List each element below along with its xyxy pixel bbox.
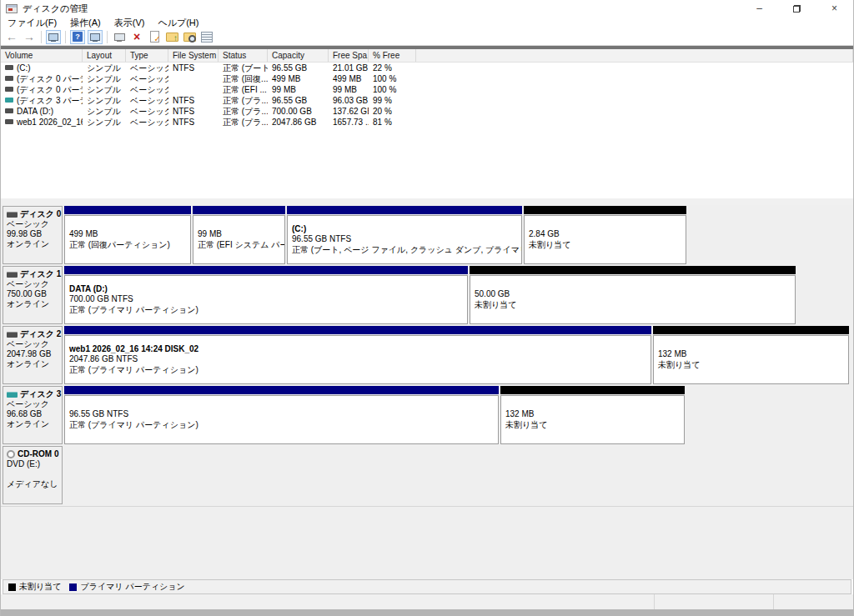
show-window-icon[interactable] bbox=[88, 30, 103, 44]
partition-color-bar bbox=[287, 206, 522, 214]
unallocated-region[interactable]: 50.00 GB未割り当て bbox=[470, 266, 796, 324]
volume-icon bbox=[5, 98, 13, 103]
unallocated-region[interactable]: 132 MB未割り当て bbox=[500, 386, 685, 444]
minimize-button[interactable]: – bbox=[741, 0, 778, 17]
partition-info-line: 96.55 GB NTFS bbox=[69, 409, 496, 420]
unallocated-region[interactable]: 132 MB未割り当て bbox=[653, 326, 849, 384]
cell-status: 正常 (EFI ... bbox=[219, 84, 268, 95]
extend-volume-icon[interactable]: ↑ bbox=[164, 30, 179, 44]
menu-item-action[interactable]: 操作(A) bbox=[70, 17, 101, 29]
toolbar-separator bbox=[41, 31, 42, 43]
column-header[interactable]: Status bbox=[219, 49, 268, 62]
toolbar-separator bbox=[65, 31, 66, 43]
explore-icon[interactable] bbox=[182, 30, 197, 44]
legend-swatch bbox=[8, 583, 16, 591]
disk-label[interactable]: ディスク 0ベーシック99.98 GBオンライン bbox=[3, 206, 63, 264]
table-row[interactable]: DATA (D:)シンプルベーシックNTFS正常 (プラ...700.00 GB… bbox=[1, 106, 853, 117]
menu-item-view[interactable]: 表示(V) bbox=[114, 17, 145, 29]
legend-label: 未割り当て bbox=[19, 581, 61, 593]
partition-info-line: 132 MB bbox=[505, 409, 682, 420]
partition-region[interactable]: (C:)96.55 GB NTFS正常 (ブート, ページ ファイル, クラッシ… bbox=[287, 206, 522, 264]
remote-computer-icon[interactable] bbox=[112, 30, 127, 44]
disk-label-line: オンライン bbox=[7, 359, 62, 369]
toolbar: ←→?×✓↑ bbox=[1, 28, 853, 45]
partition-color-bar bbox=[193, 206, 285, 214]
check-disk-icon[interactable]: ✓ bbox=[147, 30, 162, 44]
disk-name-text: ディスク 0 bbox=[20, 209, 61, 219]
disk-label[interactable]: ディスク 3ベーシック96.68 GBオンライン bbox=[3, 386, 63, 444]
delete-icon[interactable]: × bbox=[129, 30, 144, 44]
partition-info-line: 700.00 GB NTFS bbox=[69, 294, 465, 305]
close-button[interactable]: × bbox=[816, 0, 853, 17]
help-icon[interactable]: ? bbox=[70, 30, 85, 44]
column-header[interactable]: % Free bbox=[369, 49, 416, 62]
disk-label[interactable]: ディスク 1ベーシック750.00 GBオンライン bbox=[3, 266, 63, 324]
column-header[interactable]: Layout bbox=[83, 49, 126, 62]
volume-icon bbox=[5, 76, 13, 81]
partition-info-line: 2.84 GB bbox=[529, 229, 684, 240]
volume-icon bbox=[5, 108, 13, 113]
forward-icon[interactable]: → bbox=[22, 30, 37, 44]
partition-info: 99 MB正常 (EFI システム パーティション) bbox=[193, 215, 285, 264]
partition-info-line: 96.55 GB NTFS bbox=[292, 234, 520, 245]
partition-info-line: 499 MB bbox=[69, 229, 188, 240]
disk-row: CD-ROM 0DVD (E:) メディアなし bbox=[3, 446, 853, 504]
disk-label[interactable]: CD-ROM 0DVD (E:) メディアなし bbox=[3, 446, 63, 504]
console-tree-icon[interactable] bbox=[46, 30, 61, 44]
menu-bar: ファイル(F)操作(A)表示(V)ヘルプ(H) bbox=[1, 17, 853, 28]
table-row[interactable]: web1 2026_02_16 1...シンプルベーシックNTFS正常 (プラ.… bbox=[1, 117, 853, 128]
unallocated-region[interactable]: 2.84 GB未割り当て bbox=[524, 206, 686, 264]
disk-label-line: ベーシック bbox=[7, 279, 62, 289]
partition-region[interactable]: 99 MB正常 (EFI システム パーティション) bbox=[193, 206, 285, 264]
disk-label-line: ベーシック bbox=[7, 219, 62, 229]
partition-region[interactable]: web1 2026_02_16 14:24 DISK_022047.86 GB … bbox=[64, 326, 651, 384]
status-bar-pane-2 bbox=[773, 594, 853, 609]
partition-region[interactable]: 499 MB正常 (回復パーティション) bbox=[64, 206, 191, 264]
table-row[interactable]: (ディスク 0 パーティシ...シンプルベーシック正常 (回復...499 MB… bbox=[1, 73, 853, 84]
table-row[interactable]: (ディスク 0 パーティシ...シンプルベーシック正常 (EFI ...99 M… bbox=[1, 84, 853, 95]
restore-button[interactable] bbox=[778, 0, 816, 17]
window-controls: – × bbox=[741, 0, 853, 17]
extend-volume-icon-glyph: ↑ bbox=[173, 34, 178, 43]
partition-info: 96.55 GB NTFS正常 (プライマリ パーティション) bbox=[64, 395, 499, 444]
cell-layout: シンプル bbox=[83, 106, 126, 117]
partition-info: DATA (D:)700.00 GB NTFS正常 (プライマリ パーティション… bbox=[64, 275, 468, 324]
disk-label-line: オンライン bbox=[7, 239, 62, 249]
properties-icon[interactable] bbox=[199, 30, 214, 44]
table-row[interactable]: (C:)シンプルベーシックNTFS正常 (ブート...96.55 GB21.01… bbox=[1, 63, 853, 73]
partition-region[interactable]: 96.55 GB NTFS正常 (プライマリ パーティション) bbox=[64, 386, 499, 444]
partition-info: web1 2026_02_16 14:24 DISK_022047.86 GB … bbox=[64, 335, 651, 384]
partition-info-line: 正常 (プライマリ パーティション) bbox=[69, 305, 465, 316]
column-header[interactable]: Free Spa... bbox=[329, 49, 369, 62]
column-header[interactable]: File System bbox=[168, 49, 219, 62]
back-icon[interactable]: ← bbox=[4, 30, 19, 44]
cell-status: 正常 (プラ... bbox=[219, 106, 268, 117]
column-header[interactable]: Type bbox=[126, 49, 168, 62]
menu-item-file[interactable]: ファイル(F) bbox=[8, 17, 57, 29]
table-row[interactable]: (ディスク 3 パーティシ...シンプルベーシックNTFS正常 (プラ...96… bbox=[1, 95, 853, 106]
cell-capacity: 96.55 GB bbox=[268, 63, 329, 73]
disk-name: ディスク 1 bbox=[7, 269, 62, 279]
disk-icon bbox=[7, 272, 18, 278]
partition-color-bar bbox=[470, 266, 796, 274]
cell-type: ベーシック bbox=[126, 95, 168, 106]
partition-info: 132 MB未割り当て bbox=[500, 395, 685, 444]
pane-splitter[interactable] bbox=[1, 198, 853, 205]
disk-icon bbox=[7, 332, 18, 338]
partition-region[interactable]: DATA (D:)700.00 GB NTFS正常 (プライマリ パーティション… bbox=[64, 266, 468, 324]
status-bar bbox=[1, 594, 853, 609]
cell-free: 499 MB bbox=[329, 73, 369, 84]
column-header[interactable]: Volume bbox=[1, 49, 83, 62]
cell-pct: 100 % bbox=[369, 73, 416, 84]
cell-layout: シンプル bbox=[83, 84, 126, 95]
cell-capacity: 2047.86 GB bbox=[268, 117, 329, 128]
disk-icon bbox=[7, 392, 18, 398]
title-bar: ディスクの管理 – × bbox=[1, 0, 853, 17]
column-header[interactable]: Capacity bbox=[268, 49, 329, 62]
volume-list-header: VolumeLayoutTypeFile SystemStatusCapacit… bbox=[1, 49, 853, 63]
disk-label[interactable]: ディスク 2ベーシック2047.98 GBオンライン bbox=[3, 326, 63, 384]
partition-info: 499 MB正常 (回復パーティション) bbox=[64, 215, 191, 264]
menu-item-help[interactable]: ヘルプ(H) bbox=[158, 17, 198, 29]
partition-info-line: web1 2026_02_16 14:24 DISK_02 bbox=[69, 344, 649, 355]
cell-capacity: 499 MB bbox=[268, 73, 329, 84]
